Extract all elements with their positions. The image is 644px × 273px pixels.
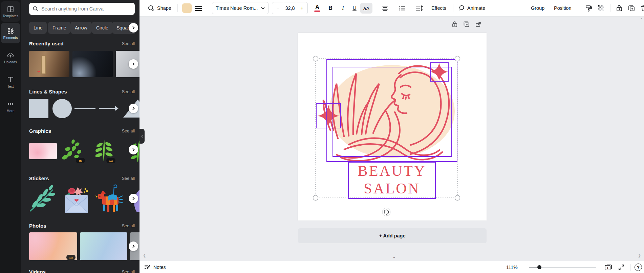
graphic-pink-gradient[interactable] bbox=[29, 143, 57, 159]
search-bar[interactable] bbox=[29, 3, 135, 15]
sidebar-item-label: Elements bbox=[3, 36, 18, 40]
zoom-slider[interactable] bbox=[529, 267, 596, 268]
see-all-link[interactable]: See all bbox=[122, 89, 135, 94]
chip-circle[interactable]: Circle bbox=[92, 22, 113, 34]
effects-button[interactable]: Effects bbox=[431, 0, 446, 16]
font-family-dropdown[interactable]: Times Neue Rom... bbox=[212, 2, 269, 14]
bottom-panel-toggle[interactable]: ⌃ bbox=[387, 256, 402, 260]
crown-icon bbox=[79, 159, 83, 162]
sidebar-item-label: Uploads bbox=[4, 60, 17, 64]
text-color-button[interactable]: A bbox=[313, 0, 322, 16]
text-case-button[interactable]: aA bbox=[360, 3, 372, 14]
add-page-label: + Add page bbox=[379, 233, 405, 238]
recently-scroll-right-button[interactable] bbox=[129, 59, 138, 69]
statusbar-divider bbox=[630, 264, 631, 271]
pages-button[interactable]: 1 bbox=[604, 261, 613, 273]
transparency-button[interactable] bbox=[596, 0, 606, 16]
shape-square[interactable] bbox=[29, 99, 48, 118]
search-icon bbox=[33, 6, 39, 12]
duplicate-button[interactable] bbox=[626, 0, 637, 16]
bullet-list-icon bbox=[399, 5, 405, 11]
toolbar-divider bbox=[410, 4, 410, 12]
font-size-decrease-button[interactable]: − bbox=[272, 5, 284, 11]
see-all-link[interactable]: See all bbox=[122, 41, 135, 46]
help-button[interactable]: ? bbox=[635, 261, 642, 273]
text-align-button[interactable] bbox=[380, 0, 390, 16]
lock-icon bbox=[616, 5, 622, 12]
shape-line[interactable] bbox=[74, 108, 95, 109]
page-actions bbox=[452, 21, 481, 27]
toolbar: Shape Times Neue Rom... − 32,8 + A B I U… bbox=[139, 0, 644, 16]
crown-icon bbox=[69, 256, 73, 259]
duplicate-page-icon[interactable] bbox=[463, 21, 470, 27]
sidebar-item-more[interactable]: More bbox=[1, 96, 20, 117]
border-style-icon bbox=[195, 6, 202, 7]
italic-button[interactable]: I bbox=[339, 0, 347, 16]
add-page-button[interactable]: + Add page bbox=[298, 228, 487, 243]
see-all-link[interactable]: See all bbox=[122, 129, 135, 133]
logo-text-line1[interactable]: BEAUTY bbox=[348, 164, 435, 178]
more-dots-icon bbox=[7, 100, 14, 108]
font-size-increase-button[interactable]: + bbox=[296, 5, 307, 11]
border-style-button[interactable] bbox=[195, 0, 202, 16]
lock-page-icon[interactable] bbox=[452, 21, 458, 27]
chip-frame[interactable]: Frame bbox=[48, 22, 70, 34]
zoom-slider-knob[interactable] bbox=[537, 265, 541, 269]
toolbar-divider bbox=[206, 4, 206, 12]
search-input[interactable] bbox=[41, 6, 131, 12]
stickers-scroll-right-button[interactable] bbox=[129, 194, 138, 203]
panel-collapse-tab[interactable] bbox=[139, 129, 145, 144]
see-all-link[interactable]: See all bbox=[122, 176, 135, 181]
recent-photo-love-blocks[interactable]: ❤ bbox=[29, 51, 69, 77]
notes-button[interactable]: Notes bbox=[144, 261, 166, 273]
fullscreen-button[interactable] bbox=[618, 261, 624, 273]
scroll-right-arrow[interactable]: ❯ bbox=[638, 253, 641, 258]
love-blocks bbox=[41, 56, 46, 74]
templates-icon bbox=[7, 5, 14, 13]
sticker-teal-leaf[interactable] bbox=[27, 184, 58, 213]
group-button[interactable]: Group bbox=[531, 0, 544, 16]
section-title-lines-shapes: Lines & Shapes bbox=[29, 89, 67, 94]
scroll-left-arrow[interactable]: ❮ bbox=[143, 253, 146, 258]
see-all-link[interactable]: See all bbox=[122, 270, 135, 273]
graphics-scroll-right-button[interactable] bbox=[129, 145, 138, 154]
lock-button[interactable] bbox=[614, 0, 624, 16]
delete-button[interactable] bbox=[639, 0, 644, 16]
share-page-icon[interactable] bbox=[475, 21, 481, 27]
design-page[interactable]: BEAUTY SALON bbox=[298, 33, 487, 220]
animate-button[interactable]: Animate bbox=[458, 0, 485, 16]
shape-arrow[interactable] bbox=[98, 105, 119, 112]
sidebar-item-label: Text bbox=[7, 85, 14, 88]
sidebar-item-templates[interactable]: Templates bbox=[1, 1, 20, 22]
text-color-indicator bbox=[314, 10, 320, 12]
scroll-up-arrow[interactable]: ⌃ bbox=[640, 18, 643, 22]
font-size-value[interactable]: 32,8 bbox=[284, 2, 297, 14]
chip-arrow[interactable]: Arrow bbox=[70, 22, 92, 34]
shape-tool-button[interactable]: Shape bbox=[148, 0, 171, 16]
zoom-level-value[interactable]: 111% bbox=[506, 261, 518, 273]
sidebar-item-uploads[interactable]: Uploads bbox=[1, 47, 20, 68]
recent-photo-person-dark[interactable] bbox=[72, 51, 113, 77]
bold-button[interactable]: B bbox=[326, 0, 335, 16]
shapes-scroll-right-button[interactable] bbox=[129, 104, 138, 113]
chips-scroll-right-button[interactable] bbox=[129, 23, 138, 33]
sidebar-item-label: More bbox=[6, 109, 14, 113]
underline-button[interactable]: U bbox=[350, 0, 359, 16]
chip-line[interactable]: Line bbox=[29, 22, 47, 34]
sidebar-item-elements[interactable]: Elements bbox=[1, 23, 20, 43]
sidebar-item-text[interactable]: Text bbox=[1, 72, 20, 92]
sticker-pinata[interactable] bbox=[93, 184, 125, 213]
logo-text-line2[interactable]: SALON bbox=[348, 181, 435, 196]
sticker-envelope-flowers[interactable] bbox=[60, 184, 93, 214]
section-title-stickers: Stickers bbox=[29, 175, 49, 181]
shape-circle[interactable] bbox=[52, 99, 72, 118]
canvas-workspace[interactable]: BEAUTY SALON + Add page ❮ ❯ ⌃ ⌃ bbox=[139, 16, 644, 261]
line-spacing-button[interactable] bbox=[414, 0, 425, 16]
fill-color-swatch[interactable] bbox=[182, 3, 192, 13]
copy-style-button[interactable] bbox=[584, 0, 594, 16]
position-button[interactable]: Position bbox=[554, 0, 572, 16]
photo-teal-gradient[interactable] bbox=[80, 232, 127, 260]
photos-scroll-right-button[interactable] bbox=[129, 241, 138, 251]
bullet-list-button[interactable] bbox=[397, 0, 407, 16]
see-all-link[interactable]: See all bbox=[122, 224, 135, 228]
